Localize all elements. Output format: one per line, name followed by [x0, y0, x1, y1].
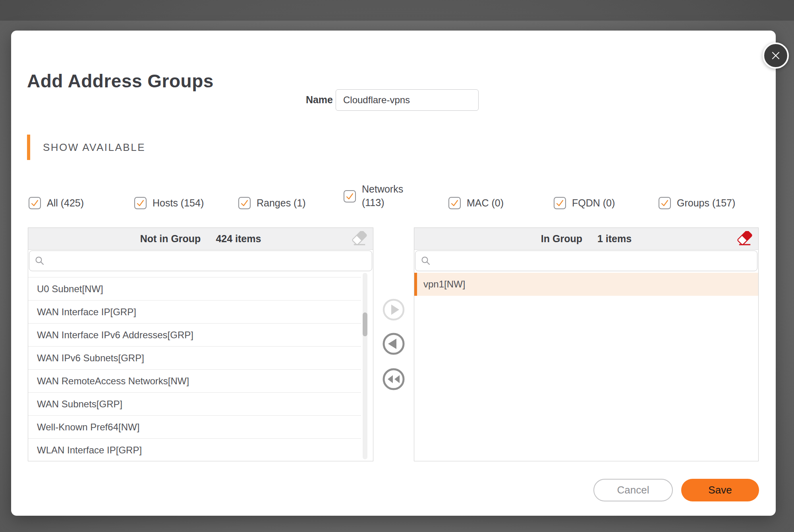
checkbox-checked-icon — [29, 197, 41, 209]
filter-label: Groups (157) — [677, 197, 735, 209]
not-in-group-search — [28, 250, 373, 272]
in-group-search — [414, 250, 758, 272]
name-input[interactable] — [336, 89, 479, 111]
scrollbar-thumb[interactable] — [363, 312, 367, 336]
move-right-button[interactable] — [382, 298, 405, 321]
eraser-icon-red — [737, 231, 753, 247]
filter-all[interactable]: All (425) — [29, 189, 84, 216]
list-item-selected[interactable]: vpn1[NW] — [414, 273, 758, 296]
filter-label: FQDN (0) — [572, 197, 615, 209]
section-accent-bar — [27, 135, 30, 160]
move-all-left-button[interactable] — [382, 368, 405, 391]
arrow-left-icon — [382, 332, 405, 355]
move-left-button[interactable] — [382, 332, 405, 355]
in-group-panel: In Group 1 items vpn1[NW] — [414, 227, 759, 461]
list-item[interactable]: WAN IPv6 Subnets[GRP] — [28, 347, 361, 370]
list-item[interactable]: WAN RemoteAccess Networks[NW] — [28, 370, 361, 393]
cancel-button[interactable]: Cancel — [593, 479, 673, 501]
close-button[interactable] — [763, 42, 789, 69]
search-icon — [421, 256, 431, 266]
dialog-title: Add Address Groups — [27, 72, 214, 90]
scrollbar-track — [363, 273, 367, 459]
filter-groups[interactable]: Groups (157) — [659, 189, 735, 216]
filter-checkbox-row: All (425) Hosts (154) Ranges (1) Network… — [11, 189, 776, 229]
list-item[interactable]: WAN Subnets[GRP] — [28, 393, 361, 416]
panel-item-count: 424 items — [216, 233, 261, 245]
not-in-group-list: U0 Subnet[NW] WAN Interface IP[GRP] WAN … — [28, 272, 373, 461]
list-item[interactable]: U0 Subnet[NW] — [28, 278, 361, 301]
name-field-label: Name — [249, 94, 333, 106]
checkbox-checked-icon — [344, 190, 356, 202]
search-input[interactable] — [415, 251, 757, 271]
filter-label: MAC (0) — [467, 197, 504, 209]
panel-title: In Group — [541, 233, 582, 245]
panel-item-count: 1 items — [597, 233, 632, 245]
clear-group-button[interactable] — [737, 231, 753, 247]
partial-row — [28, 272, 361, 278]
section-title: SHOW AVAILABLE — [43, 135, 145, 160]
list-item[interactable]: Well-Known Pref64[NW] — [28, 416, 361, 439]
not-in-group-header: Not in Group 424 items — [28, 228, 373, 250]
filter-ranges[interactable]: Ranges (1) — [238, 189, 306, 216]
checkbox-checked-icon — [554, 197, 566, 209]
filter-label: Networks (113) — [362, 183, 413, 210]
panel-title: Not in Group — [140, 233, 201, 245]
list-item[interactable]: WLAN Interface IP[GRP] — [28, 439, 361, 461]
checkbox-checked-icon — [448, 197, 461, 209]
double-arrow-left-icon — [382, 368, 405, 391]
save-button[interactable]: Save — [681, 479, 759, 501]
search-icon — [35, 256, 45, 266]
list-item[interactable]: WAN Interface IPv6 Addresses[GRP] — [28, 324, 361, 347]
list-item[interactable]: WAN Interface IP[GRP] — [28, 301, 361, 324]
filter-networks[interactable]: Networks (113) — [344, 183, 413, 210]
page-backdrop-top — [0, 0, 794, 21]
filter-mac[interactable]: MAC (0) — [448, 189, 504, 216]
checkbox-checked-icon — [134, 197, 147, 209]
not-in-group-panel: Not in Group 424 items U0 Subne — [28, 227, 373, 461]
checkbox-checked-icon — [659, 197, 671, 209]
eraser-icon — [352, 231, 367, 247]
filter-label: Ranges (1) — [257, 197, 306, 209]
filter-label: Hosts (154) — [153, 197, 204, 209]
in-group-header: In Group 1 items — [414, 228, 758, 250]
add-address-groups-dialog: Add Address Groups Name SHOW AVAILABLE A… — [11, 31, 776, 516]
filter-label: All (425) — [47, 197, 84, 209]
close-icon — [770, 50, 782, 62]
filter-fqdn[interactable]: FQDN (0) — [554, 189, 615, 216]
arrow-right-icon — [382, 298, 405, 321]
in-group-list: vpn1[NW] — [414, 272, 758, 461]
checkbox-checked-icon — [238, 197, 251, 209]
filter-hosts[interactable]: Hosts (154) — [134, 189, 204, 216]
search-input[interactable] — [29, 251, 372, 271]
clear-selection-button[interactable] — [352, 231, 367, 247]
